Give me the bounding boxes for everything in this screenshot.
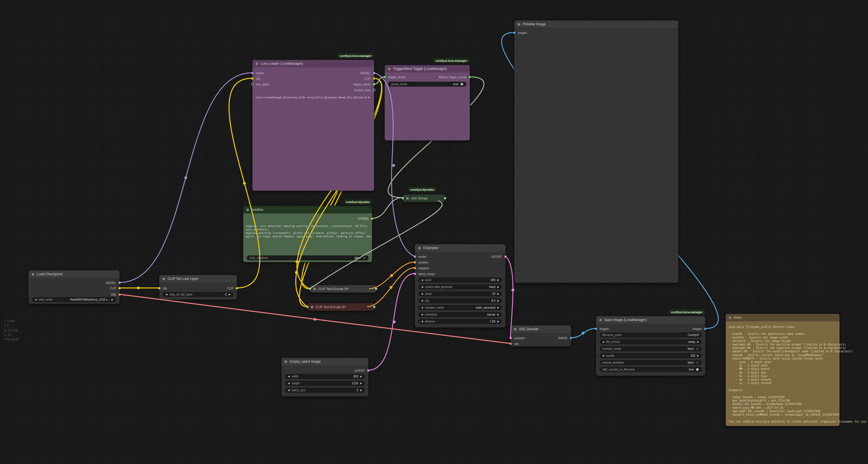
- prev-arrow-icon[interactable]: ◀: [421, 293, 423, 295]
- collapse-dot-icon[interactable]: [32, 273, 34, 276]
- next-arrow-icon[interactable]: ▶: [497, 286, 499, 288]
- file-format-widget[interactable]: ◀ file_format webp ▶: [599, 340, 702, 344]
- prev-arrow-icon[interactable]: ◀: [421, 314, 423, 316]
- seed-widget[interactable]: ◀ seed 409 ▶: [418, 278, 502, 283]
- input-clip[interactable]: clip: [158, 286, 167, 290]
- output-model[interactable]: MODEL: [106, 281, 121, 285]
- output-loaded-loras[interactable]: loaded_loras: [354, 88, 375, 92]
- steps-widget[interactable]: ◀ steps 20 ▶: [418, 291, 502, 296]
- node-vae-decode[interactable]: VAE Decode samples vae IMAGE: [510, 325, 571, 347]
- collapse-dot-icon[interactable]: [313, 288, 316, 290]
- next-arrow-icon[interactable]: ▶: [360, 382, 362, 385]
- node-lora-loader[interactable]: Lora Loader (LoraManager) model clip lor…: [252, 60, 374, 191]
- prev-arrow-icon[interactable]: ◀: [288, 382, 289, 385]
- input-clip[interactable]: clip: [251, 77, 260, 81]
- output-latent[interactable]: LATENT: [354, 369, 370, 373]
- output-latent[interactable]: LATENT: [491, 255, 507, 259]
- output-trigger-words[interactable]: trigger_words: [353, 82, 375, 86]
- node-note[interactable]: Note Available filename_prefix Pattern C…: [725, 314, 840, 426]
- ckpt-name-widget[interactable]: ◀ ckpt_name il\waiNSFWIllustrious_v110.s…: [32, 297, 116, 302]
- collapse-dot-icon[interactable]: [285, 360, 287, 363]
- input-latent-image[interactable]: latent_image: [413, 272, 435, 276]
- node-title-bar[interactable]: CLIP Set Last Layer: [159, 275, 237, 283]
- node-title-bar[interactable]: Preview Image: [514, 21, 678, 28]
- collapse-dot-icon[interactable]: [162, 278, 165, 280]
- node-preview-image[interactable]: Preview Image images: [514, 20, 679, 283]
- collapsed-output-icon[interactable]: [375, 287, 377, 290]
- input-vae[interactable]: vae: [509, 342, 519, 346]
- node-positive-string[interactable]: positive STRING highres, very detailed, …: [243, 206, 372, 262]
- prev-arrow-icon[interactable]: ◀: [288, 375, 289, 378]
- input-lora-stack[interactable]: lora_stack: [251, 82, 269, 86]
- output-filtered-trigger-words[interactable]: filtered_trigger_words: [439, 75, 471, 79]
- prev-arrow-icon[interactable]: ◀: [288, 389, 289, 392]
- next-arrow-icon[interactable]: ▶: [497, 307, 499, 309]
- next-arrow-icon[interactable]: ▶: [112, 298, 113, 301]
- input-positive[interactable]: positive: [413, 260, 428, 264]
- node-load-checkpoint[interactable]: Load Checkpoint MODEL CLIP VAE ◀ ckpt_na…: [28, 270, 120, 304]
- next-arrow-icon[interactable]: ▶: [229, 293, 230, 296]
- collapse-dot-icon[interactable]: [599, 319, 602, 321]
- toggle-off-icon[interactable]: [696, 361, 699, 364]
- collapsed-output-icon[interactable]: [444, 197, 446, 200]
- embed-workflow-toggle[interactable]: embed_workflow false: [599, 360, 702, 365]
- next-arrow-icon[interactable]: ▶: [497, 320, 499, 323]
- node-ksampler[interactable]: KSampler model positive negative latent_…: [414, 244, 506, 328]
- collapsed-input-icon[interactable]: [309, 287, 311, 290]
- input-model[interactable]: model: [251, 71, 264, 75]
- node-title-bar[interactable]: Lora Loader (LoraManager): [252, 60, 374, 67]
- node-title-bar[interactable]: Save Image (LoraManager): [596, 316, 705, 324]
- node-title-bar[interactable]: Empty Latent Image: [281, 358, 368, 365]
- batch-size-widget[interactable]: ◀ batch_size 3 ▶: [285, 388, 365, 393]
- prev-arrow-icon[interactable]: ◀: [421, 300, 423, 302]
- node-title-bar[interactable]: positive: [243, 206, 372, 213]
- next-arrow-icon[interactable]: ▶: [497, 279, 499, 281]
- collapse-dot-icon[interactable]: [311, 306, 313, 308]
- input-images[interactable]: images: [513, 31, 527, 35]
- output-string[interactable]: STRING: [358, 216, 373, 221]
- output-vae[interactable]: VAE: [111, 293, 121, 297]
- collapsed-input-icon[interactable]: [306, 306, 309, 308]
- stop-at-clip-layer-widget[interactable]: ◀ stop_at_clip_layer -2 ▶: [163, 292, 234, 297]
- input-images[interactable]: images: [595, 327, 609, 331]
- node-save-image[interactable]: Save Image (LoraManager) images images f…: [596, 316, 706, 376]
- prev-arrow-icon[interactable]: ◀: [35, 298, 36, 301]
- height-widget[interactable]: ◀ height 1216 ▶: [285, 381, 365, 386]
- next-arrow-icon[interactable]: ▶: [360, 389, 362, 392]
- collapse-dot-icon[interactable]: [518, 23, 520, 26]
- toggle-on-icon[interactable]: [460, 83, 463, 86]
- next-arrow-icon[interactable]: ▶: [497, 300, 499, 302]
- node-title-bar[interactable]: Note: [726, 314, 840, 321]
- node-graph-canvas[interactable]: T: 0.00s I: 0 N: 14 [14] V: 28 FPS:58.82…: [0, 0, 868, 464]
- collapse-dot-icon[interactable]: [406, 197, 409, 200]
- node-title-bar[interactable]: Load Checkpoint: [28, 270, 120, 278]
- next-arrow-icon[interactable]: ▶: [697, 355, 699, 357]
- node-title-bar[interactable]: KSampler: [415, 244, 505, 252]
- node-triggerword-toggle[interactable]: TriggerWord Toggle (LoraManager) trigger…: [384, 65, 470, 141]
- output-images[interactable]: images: [693, 327, 707, 331]
- input-trigger-words[interactable]: trigger_words: [383, 75, 406, 79]
- quality-widget[interactable]: ◀ quality 100 ▶: [599, 353, 702, 358]
- cfg-widget[interactable]: ◀ cfg 8.0 ▶: [418, 298, 502, 303]
- collapsed-input-icon[interactable]: [401, 197, 404, 200]
- prompt-text-area[interactable]: highres, very detailed, amazing quality,…: [246, 224, 371, 254]
- node-join-strings[interactable]: Join Strings: [403, 194, 445, 202]
- lossless-webp-toggle[interactable]: lossless_webp false: [599, 346, 702, 351]
- scheduler-widget[interactable]: ◀ scheduler karras ▶: [418, 312, 502, 317]
- output-clip[interactable]: CLIP: [227, 286, 238, 290]
- control-after-generate-widget[interactable]: ◀ control after generate fixed ▶: [418, 285, 502, 289]
- note-text-area[interactable]: Available filename_prefix Pattern Codes …: [729, 325, 866, 424]
- toggle-on-icon[interactable]: [696, 368, 699, 371]
- next-arrow-icon[interactable]: ▶: [697, 341, 699, 343]
- output-model[interactable]: MODEL: [360, 71, 375, 75]
- prev-arrow-icon[interactable]: ◀: [165, 293, 167, 296]
- collapse-dot-icon[interactable]: [729, 316, 732, 319]
- width-widget[interactable]: ◀ width 832 ▶: [285, 374, 365, 379]
- filename-prefix-widget[interactable]: filename_prefix ComfyUI: [599, 332, 702, 338]
- collapse-dot-icon[interactable]: [418, 247, 421, 250]
- input-model[interactable]: model: [413, 255, 426, 259]
- lora-text-area[interactable]: <lora:CreateConcept_Illustrious:0.8> <lo…: [255, 96, 372, 188]
- toggle-off-icon[interactable]: [363, 256, 366, 259]
- prev-arrow-icon[interactable]: ◀: [421, 320, 423, 323]
- collapse-dot-icon[interactable]: [256, 62, 258, 65]
